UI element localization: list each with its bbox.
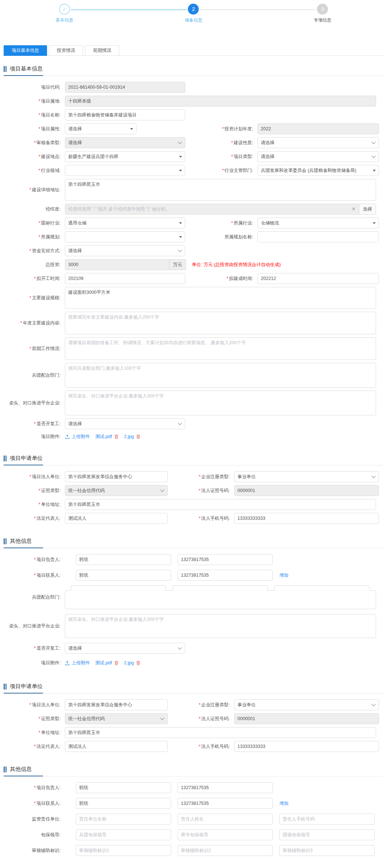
tab-1[interactable]: 项目基本信息 xyxy=(4,45,47,56)
construction-nature-select[interactable]: 请选择 xyxy=(258,137,379,148)
required-mark: * xyxy=(199,716,201,721)
supervision-unit-input-1[interactable] xyxy=(76,814,171,825)
tab-3[interactable]: 前期情况 xyxy=(85,45,119,56)
own-plan-label: *所属规划: xyxy=(4,234,65,240)
chevron-down-icon xyxy=(178,140,182,144)
lead-platform-enterprise-textarea[interactable] xyxy=(65,614,376,638)
planned-start-time-input[interactable] xyxy=(65,273,185,284)
clipped-input[interactable] xyxy=(274,585,369,591)
legal-phone-input[interactable] xyxy=(234,513,379,524)
guarantee-leader-input-1[interactable] xyxy=(76,829,171,840)
form-row: *法定代表人:*法人手机号码: xyxy=(4,741,379,752)
industry-field-select[interactable] xyxy=(65,165,185,176)
construction-address-textarea[interactable]: 第十四师昆玉市 xyxy=(65,179,376,201)
project-leader-input-2[interactable] xyxy=(178,554,273,565)
corps-cooperation-department-textarea[interactable] xyxy=(65,590,376,609)
own-industry-select[interactable]: 仓储物流 xyxy=(258,218,379,228)
license-type-select[interactable]: 统一社会信用代码 xyxy=(65,713,168,724)
form-row: *年度主要建设内容: xyxy=(4,312,379,334)
enterprise-register-type-select[interactable]: 事业单位 xyxy=(234,699,379,710)
lead-platform-enterprise-textarea[interactable] xyxy=(65,391,376,415)
coordinates-choose-button[interactable]: 选择 xyxy=(359,204,376,215)
project-type-select[interactable]: 请选择 xyxy=(258,151,379,162)
project-contact-input-2[interactable] xyxy=(178,570,273,581)
own-plan-name-input[interactable] xyxy=(258,231,379,242)
required-mark: * xyxy=(34,801,36,806)
legal-representative-input[interactable] xyxy=(65,513,168,524)
add-contact-link[interactable]: 增加 xyxy=(279,572,289,579)
project-attribute-select[interactable]: 请选择 xyxy=(65,123,136,134)
unit-address-input[interactable] xyxy=(65,499,376,510)
preliminary-work-textarea[interactable] xyxy=(65,337,376,360)
guarantee-leader-input-3[interactable] xyxy=(279,829,375,840)
project-leader-input-1[interactable] xyxy=(76,554,171,565)
legal-representative-input[interactable] xyxy=(65,741,168,752)
guarantee-leader-input-2[interactable] xyxy=(178,829,273,840)
project-leader-input-1[interactable] xyxy=(76,782,171,793)
license-type-select[interactable]: 统一社会信用代码 xyxy=(65,485,168,496)
file-link[interactable]: 2.jpg xyxy=(124,434,134,439)
project-name-input[interactable] xyxy=(65,110,185,120)
project-leader-group xyxy=(76,554,273,565)
tab-2[interactable]: 投资情况 xyxy=(49,45,83,56)
enterprise-register-type-select[interactable]: 事业单位 xyxy=(234,471,379,482)
project-contact-input-1[interactable] xyxy=(76,570,171,581)
unit-address-input[interactable] xyxy=(65,727,376,738)
upload-attachment-link[interactable]: 上传附件 xyxy=(65,434,90,440)
form-row: 监管责任单位: xyxy=(4,814,379,825)
stepper-step-label: 基本信息 xyxy=(41,17,88,23)
file-link[interactable]: 测试.pdf xyxy=(95,660,112,666)
main-construction-scale-textarea[interactable]: 建设面积3000平方米 xyxy=(65,287,376,309)
supervision-unit-input-3[interactable] xyxy=(279,814,375,825)
audit-auxiliary-mark-input-2[interactable] xyxy=(178,845,273,856)
project-contact-group: 增加 xyxy=(76,570,289,581)
audit-auxiliary-mark-input-3[interactable] xyxy=(279,845,375,856)
form-row: *行业领域:*行业主管部门:兵团发展和改革委员会 (兵团粮食和物资储备局) xyxy=(4,165,379,176)
legal-entity-unit-input[interactable] xyxy=(65,699,168,710)
audit-auxiliary-mark-input-1[interactable] xyxy=(76,845,171,856)
stepper-step-3: 3专项信息 xyxy=(299,4,346,23)
project-leader-input-2[interactable] xyxy=(178,782,273,793)
file-link[interactable]: 测试.pdf xyxy=(95,434,112,440)
trash-icon[interactable] xyxy=(114,434,119,439)
national-standard-industry-select[interactable]: 通用仓储 xyxy=(65,218,185,228)
coordinates-input-group: ✕选择 xyxy=(65,204,376,215)
industry-department-select[interactable]: 兵团发展和改革委员会 (兵团粮食和物资储备局) xyxy=(258,165,379,176)
is-resume-work-selected-value: 请选择 xyxy=(68,421,82,427)
legal-entity-unit-input[interactable] xyxy=(65,471,168,482)
stepper-step-1: ✓基本信息 xyxy=(41,4,88,23)
caret-down-icon xyxy=(179,170,182,172)
planned-complete-time-input[interactable] xyxy=(258,273,379,284)
corps-cooperation-department-textarea[interactable] xyxy=(65,363,376,388)
stepper: ✓基本信息2储备信息3专项信息 xyxy=(0,0,387,34)
upload-icon xyxy=(65,661,70,665)
form-row: *证照类型:统一社会信用代码*法人证照号码: xyxy=(4,713,379,724)
clear-icon[interactable]: ✕ xyxy=(352,206,356,212)
project-contact-input-2[interactable] xyxy=(178,798,273,809)
clipped-input[interactable] xyxy=(71,585,166,591)
stepper-step-2: 2储备信息 xyxy=(170,4,217,23)
trash-icon[interactable] xyxy=(136,434,140,439)
review-approval-type-select[interactable]: 请选择 xyxy=(65,137,185,148)
project-contact-input-1[interactable] xyxy=(76,798,171,809)
add-contact-link[interactable]: 增加 xyxy=(279,800,289,807)
own-plan-select[interactable] xyxy=(65,231,185,242)
trash-icon[interactable] xyxy=(136,661,140,665)
annual-construction-content-textarea[interactable] xyxy=(65,312,376,334)
stepper-step-label: 专项信息 xyxy=(299,17,346,23)
is-resume-work-select[interactable]: 请选择 xyxy=(65,643,185,654)
file-link[interactable]: 2.jpg xyxy=(124,660,134,665)
supervision-unit-input-2[interactable] xyxy=(178,814,273,825)
upload-attachment-link[interactable]: 上传附件 xyxy=(65,660,90,666)
legal-representative-label: *法定代表人: xyxy=(4,515,65,522)
required-mark: * xyxy=(34,785,36,790)
required-mark: * xyxy=(39,126,40,131)
page: ✓基本信息2储备信息3专项信息项目基本信息投资情况前期情况项目基本信息项目代码:… xyxy=(0,0,387,868)
required-mark: * xyxy=(39,154,40,159)
trash-icon[interactable] xyxy=(114,661,119,665)
clipped-input[interactable] xyxy=(173,585,268,591)
legal-phone-input[interactable] xyxy=(234,741,379,752)
funding-method-select[interactable]: 请选择 xyxy=(65,245,185,256)
is-resume-work-select[interactable]: 请选择 xyxy=(65,418,185,429)
construction-site-select[interactable]: 新疆生产建设兵团十四师 xyxy=(65,151,185,162)
